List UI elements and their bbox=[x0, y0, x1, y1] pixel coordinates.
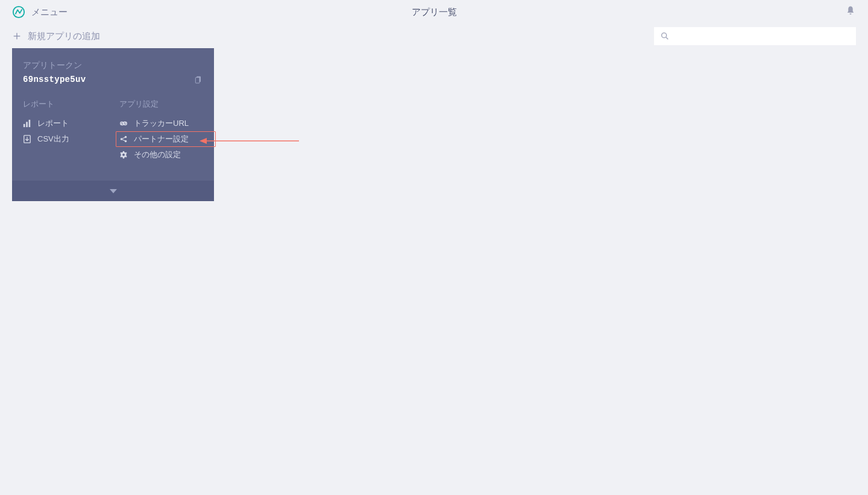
chevron-down-icon bbox=[110, 189, 117, 193]
share-icon bbox=[119, 135, 128, 143]
partner-settings-menu-label: パートナー設定 bbox=[134, 134, 189, 145]
svg-rect-8 bbox=[26, 122, 28, 127]
bar-chart-icon bbox=[23, 119, 31, 128]
download-file-icon bbox=[23, 135, 31, 143]
svg-point-18 bbox=[122, 154, 125, 156]
menu-label: メニュー bbox=[31, 7, 68, 18]
settings-section: アプリ設定 トラッカーURL bbox=[119, 99, 216, 163]
link-icon bbox=[119, 119, 128, 128]
top-bar: メニュー アプリ一覧 bbox=[0, 0, 868, 24]
svg-line-4 bbox=[666, 37, 668, 39]
app-card: アプリトークン 69nsstype5uv レポート bbox=[12, 48, 214, 201]
svg-rect-6 bbox=[195, 78, 200, 83]
other-settings-menu-label: その他の設定 bbox=[134, 149, 181, 160]
search-box[interactable] bbox=[654, 27, 856, 45]
gear-icon bbox=[119, 151, 128, 159]
app-card-body: アプリトークン 69nsstype5uv レポート bbox=[12, 48, 214, 181]
settings-section-header: アプリ設定 bbox=[119, 99, 216, 110]
add-app-button[interactable]: 新規アプリの追加 bbox=[12, 31, 100, 42]
sub-bar: 新規アプリの追加 bbox=[0, 24, 868, 48]
report-section-header: レポート bbox=[23, 99, 119, 110]
menu-toggle[interactable]: メニュー bbox=[12, 5, 68, 19]
partner-settings-menu-item[interactable]: パートナー設定 bbox=[116, 131, 216, 147]
add-app-label: 新規アプリの追加 bbox=[28, 31, 100, 42]
plus-icon bbox=[12, 31, 22, 41]
report-menu-label: レポート bbox=[37, 118, 69, 129]
svg-line-16 bbox=[122, 137, 125, 139]
tracker-url-menu-label: トラッカーURL bbox=[134, 118, 189, 129]
csv-menu-label: CSV出力 bbox=[37, 134, 69, 145]
clipboard-icon[interactable] bbox=[193, 75, 203, 84]
adjust-logo-icon bbox=[12, 5, 25, 19]
other-settings-menu-item[interactable]: その他の設定 bbox=[119, 147, 216, 163]
app-token-row: 69nsstype5uv bbox=[23, 75, 203, 84]
content-area: アプリトークン 69nsstype5uv レポート bbox=[0, 48, 868, 201]
app-card-expand-button[interactable] bbox=[12, 181, 214, 201]
app-card-sections: レポート レポート CSV出力 bbox=[23, 99, 203, 163]
svg-point-3 bbox=[662, 33, 667, 38]
report-menu-item[interactable]: レポート bbox=[23, 116, 119, 131]
tracker-url-menu-item[interactable]: トラッカーURL bbox=[119, 116, 216, 131]
bell-icon bbox=[845, 5, 856, 16]
svg-line-17 bbox=[122, 140, 125, 141]
app-token-value: 69nsstype5uv bbox=[23, 75, 86, 84]
report-section: レポート レポート CSV出力 bbox=[23, 99, 119, 163]
notifications-button[interactable] bbox=[845, 5, 856, 19]
csv-menu-item[interactable]: CSV出力 bbox=[23, 131, 119, 147]
svg-rect-7 bbox=[24, 124, 25, 127]
search-icon bbox=[660, 31, 670, 41]
page-title: アプリ一覧 bbox=[412, 7, 457, 18]
app-token-label: アプリトークン bbox=[23, 60, 203, 71]
svg-rect-9 bbox=[29, 120, 31, 127]
search-input[interactable] bbox=[675, 31, 850, 41]
